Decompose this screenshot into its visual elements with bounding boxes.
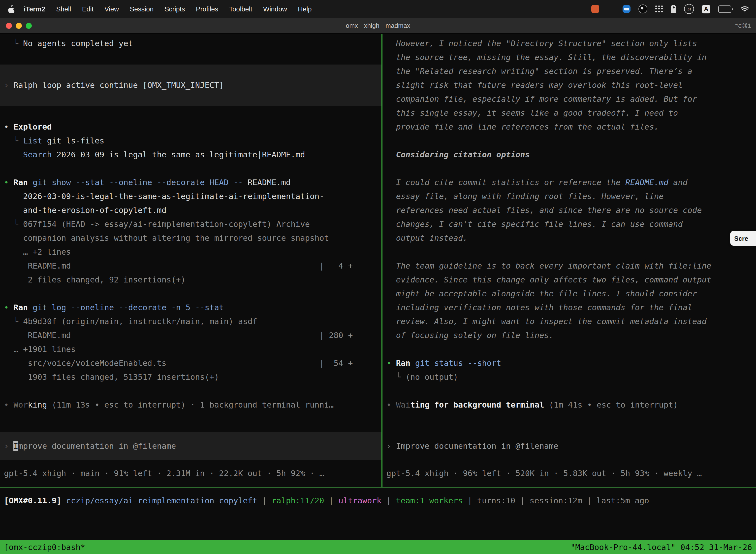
terminal-line: README.md | 4 + — [0, 259, 381, 273]
terminal-line — [0, 162, 381, 176]
terminal-line: The team guideline is to back every impo… — [382, 259, 756, 273]
prompt-input-text: Improve documentation in @filename — [396, 441, 559, 450]
terminal-line: • Explored — [0, 120, 381, 134]
left-pane[interactable]: └ No agents completed yet › Ralph loop a… — [0, 34, 381, 487]
tmux-panes: └ No agents completed yet › Ralph loop a… — [0, 34, 756, 487]
terminal-line: › Ralph loop active continue [OMX_TMUX_I… — [0, 78, 381, 92]
menu-item-edit[interactable]: Edit — [82, 5, 94, 13]
gauge-value: .61 — [687, 7, 691, 11]
tmux-host-and-clock: "MacBook-Pro-44.local" 04:52 31-Mar-26 — [570, 542, 752, 552]
terminal-line: of focusing solely on file lines. — [382, 329, 756, 342]
window-title: omx --xhigh --madmax — [0, 22, 756, 29]
prompt-chevron: › — [4, 441, 14, 450]
terminal-line: [OMX#0.11.9] cczip/essay/ai-reimplementa… — [0, 494, 756, 508]
terminal-line: this single essay, it seems like a good … — [382, 106, 756, 120]
input-source-icon[interactable]: A — [702, 5, 710, 13]
terminal-line: • Ran git log --oneline --decorate -n 5 … — [0, 301, 381, 315]
battery-gauge-icon[interactable]: .61 — [684, 4, 694, 14]
blue-app-icon[interactable] — [623, 5, 630, 13]
apple-icon — [8, 5, 15, 13]
terminal-line: … +2 lines — [0, 245, 381, 259]
dots-grid-icon[interactable] — [655, 5, 663, 13]
prompt-chevron: › — [386, 441, 396, 450]
prompt-input-left[interactable]: › Improve documentation in @filename — [0, 432, 381, 460]
prompt-input-right[interactable]: › Improve documentation in @filename — [382, 432, 756, 460]
terminal-line: … +1901 lines — [0, 342, 381, 356]
menu-item-scripts[interactable]: Scripts — [165, 5, 185, 13]
window-grid-icon[interactable] — [607, 6, 615, 12]
terminal-line: including verification notes with those … — [382, 301, 756, 315]
menu-item-session[interactable]: Session — [130, 5, 153, 13]
menu-item-iterm2[interactable]: iTerm2 — [24, 5, 45, 13]
omx-status-line: [OMX#0.11.9] cczip/essay/ai-reimplementa… — [0, 494, 756, 508]
terminal-line: changes, I can't cite specific file line… — [382, 217, 756, 231]
terminal-line — [382, 134, 756, 148]
terminal-line: provide file and line references from th… — [382, 120, 756, 134]
key-icon[interactable] — [671, 5, 676, 13]
right-pane-lines: However, I noticed the "Directory Struct… — [382, 37, 756, 412]
screenshot-root: iTerm2ShellEditViewSessionScriptsProfile… — [0, 0, 756, 554]
terminal-line: the source tree, missing the essay. Stil… — [382, 51, 756, 64]
menu-bar-status-icons: .61 A — [591, 4, 749, 14]
menu-item-profiles[interactable]: Profiles — [196, 5, 218, 13]
right-pane[interactable]: However, I noticed the "Directory Struct… — [382, 34, 756, 487]
terminal-line: Considering citation options — [382, 148, 756, 162]
terminal-line: companion analysis without altering the … — [0, 231, 381, 245]
window-title-bar: omx --xhigh --madmax ⌥⌘1 — [0, 18, 756, 34]
terminal-line — [382, 342, 756, 356]
terminal-line: essay file, along with finding root file… — [382, 189, 756, 204]
terminal-line: 2026-03-09-is-legal-the-same-as-legitima… — [0, 189, 381, 204]
terminal-line: └ 067f154 (HEAD -> essay/ai-reimplementa… — [0, 217, 381, 231]
menu-item-window[interactable]: Window — [263, 5, 287, 13]
menu-item-view[interactable]: View — [105, 5, 119, 13]
macos-menu-bar: iTerm2ShellEditViewSessionScriptsProfile… — [0, 0, 756, 18]
terminal-line: output instead. — [382, 231, 756, 245]
terminal-line: references need actual files, and since … — [382, 204, 756, 217]
terminal-line: and-the-erosion-of-copyleft.md — [0, 204, 381, 217]
left-pane-lines: └ No agents completed yet › Ralph loop a… — [0, 37, 381, 412]
menu-item-toolbelt[interactable]: Toolbelt — [229, 5, 252, 13]
battery-icon[interactable] — [718, 5, 733, 13]
terminal-line: evidence. Since this change only affects… — [382, 273, 756, 287]
tmux-session-name: [omx-cczip0:bash* — [4, 542, 85, 552]
terminal-body: └ No agents completed yet › Ralph loop a… — [0, 34, 756, 540]
terminal-line: README.md | 280 + — [0, 329, 381, 342]
menu-items: iTerm2ShellEditViewSessionScriptsProfile… — [24, 5, 312, 13]
terminal-line — [382, 162, 756, 176]
terminal-line: └ (no output) — [382, 370, 756, 384]
terminal-line: └ List git ls-files — [0, 134, 381, 148]
prompt-input-text: mprove documentation in @filename — [18, 441, 176, 450]
terminal-line — [0, 384, 381, 398]
menu-item-shell[interactable]: Shell — [56, 5, 71, 13]
dark-app-icon[interactable] — [638, 4, 647, 13]
window-shortcut-badge: ⌥⌘1 — [735, 22, 751, 29]
text-cursor: I — [14, 441, 18, 450]
terminal-line: Search 2026-03-09-is-legal-the-same-as-l… — [0, 148, 381, 162]
terminal-line: review. Also, I might want to inspect th… — [382, 315, 756, 329]
horizontal-pane-divider — [0, 487, 756, 488]
terminal-line: └ No agents completed yet — [0, 37, 381, 51]
terminal-line: • Working (11m 13s • esc to interrupt) ·… — [0, 398, 381, 412]
wifi-icon[interactable] — [741, 6, 749, 12]
screen-recording-icon[interactable] — [591, 5, 599, 13]
menu-item-help[interactable]: Help — [298, 5, 312, 13]
terminal-line — [382, 384, 756, 398]
screen: iTerm2ShellEditViewSessionScriptsProfile… — [0, 0, 756, 554]
terminal-line — [0, 51, 381, 64]
terminal-line: companion file, especially if more comme… — [382, 92, 756, 106]
terminal-line: the "Related research writing" section i… — [382, 64, 756, 78]
terminal-line: 1903 files changed, 513517 insertions(+) — [0, 370, 381, 384]
apple-menu[interactable] — [7, 4, 16, 13]
terminal-line: might be acceptable alongside the file l… — [382, 287, 756, 301]
terminal-line — [0, 64, 381, 78]
terminal-line: └ 4b9d30f (origin/main, instructkr/main,… — [0, 315, 381, 329]
terminal-line: I could cite commit statistics or refere… — [382, 176, 756, 189]
terminal-line: 2 files changed, 92 insertions(+) — [0, 273, 381, 287]
terminal-line: src/voice/voiceModeEnabled.ts | 54 + — [0, 356, 381, 370]
terminal-line: slight risk that future readers may over… — [382, 78, 756, 92]
terminal-line: • Ran git show --stat --oneline --decora… — [0, 176, 381, 189]
screen-share-pill[interactable]: Scre — [730, 231, 756, 246]
terminal-line — [0, 287, 381, 301]
terminal-line — [0, 106, 381, 120]
session-status-left: gpt-5.4 xhigh · main · 91% left · 2.31M … — [0, 466, 381, 481]
